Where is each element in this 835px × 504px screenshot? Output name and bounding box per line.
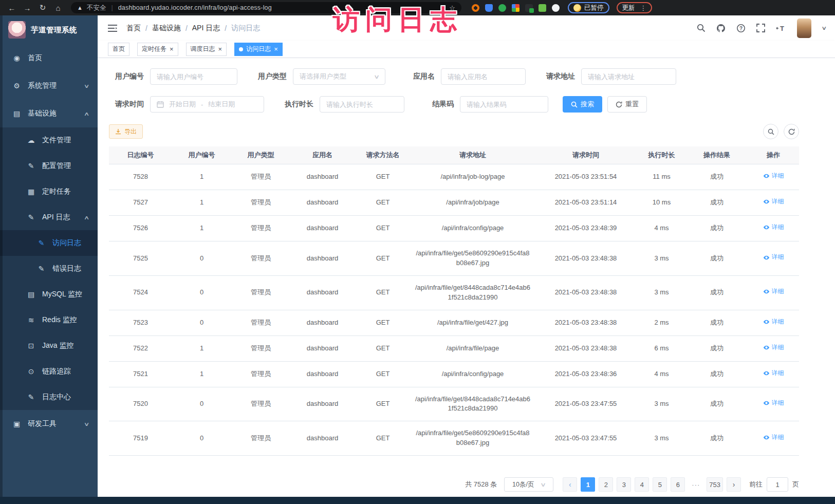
page-button-2[interactable]: 2 bbox=[599, 477, 613, 492]
sidebar-item-log-center[interactable]: ✎日志中心 bbox=[0, 384, 98, 410]
sidebar-item-home[interactable]: ◉首页 bbox=[0, 44, 98, 72]
github-icon[interactable] bbox=[716, 24, 726, 33]
edit-icon: ✎ bbox=[27, 162, 35, 170]
detail-link[interactable]: 详细 bbox=[763, 318, 784, 326]
sidebar-item-trace[interactable]: ⊙链路追踪 bbox=[0, 359, 98, 384]
user-avatar[interactable] bbox=[797, 18, 811, 38]
detail-link[interactable]: 详细 bbox=[763, 369, 784, 378]
search-icon[interactable] bbox=[697, 24, 706, 32]
page-button-6[interactable]: 6 bbox=[671, 477, 685, 492]
tab-定时任务[interactable]: 定时任务× bbox=[137, 43, 178, 56]
detail-link[interactable]: 详细 bbox=[763, 197, 784, 206]
more-pages-button[interactable]: ··· bbox=[689, 477, 703, 492]
sidebar-logo[interactable]: 芋道管理系统 bbox=[0, 15, 98, 44]
extension-icon-green[interactable] bbox=[498, 4, 506, 12]
result-code-input[interactable] bbox=[460, 96, 548, 113]
browser-address-bar[interactable]: ▲ 不安全 | dashboard.yudao.iocoder.cn/infra… bbox=[71, 2, 461, 13]
export-button-label: 导出 bbox=[124, 127, 137, 136]
next-page-button[interactable]: › bbox=[727, 477, 741, 492]
sidebar-item-redis-monitor[interactable]: ≋Redis 监控 bbox=[0, 307, 98, 333]
request-time-cell: 2021-05-03 23:47:55 bbox=[534, 387, 637, 421]
update-button[interactable]: 更新 ⋮ bbox=[617, 2, 653, 13]
extension-icon-sprout[interactable] bbox=[539, 4, 546, 12]
tab-首页[interactable]: 首页 bbox=[108, 43, 129, 56]
reset-button[interactable]: 重置 bbox=[607, 96, 647, 113]
detail-link[interactable]: 详细 bbox=[763, 433, 784, 442]
tab-访问日志[interactable]: 访问日志× bbox=[234, 43, 283, 56]
goto-page-input[interactable] bbox=[767, 477, 788, 492]
user-id-input[interactable] bbox=[150, 68, 237, 85]
request-time-range-picker[interactable]: 开始日期 - 结束日期 bbox=[150, 96, 264, 113]
action-cell: 详细 bbox=[748, 216, 799, 241]
method-cell: GET bbox=[355, 190, 411, 216]
extension-icon-shield[interactable] bbox=[485, 4, 493, 12]
sidebar-item-config-management[interactable]: ✎配置管理 bbox=[0, 153, 98, 179]
close-icon[interactable]: × bbox=[274, 46, 278, 52]
filter-label-result-code: 结果码 bbox=[419, 100, 454, 109]
chevron-down-icon: ∨ bbox=[83, 421, 89, 427]
detail-link[interactable]: 详细 bbox=[763, 223, 784, 232]
detail-link[interactable]: 详细 bbox=[763, 287, 784, 296]
close-icon[interactable]: × bbox=[170, 46, 174, 52]
sidebar-item-java-monitor[interactable]: ⊡Java 监控 bbox=[0, 333, 98, 359]
export-button[interactable]: 导出 bbox=[109, 124, 143, 139]
fullscreen-icon[interactable] bbox=[756, 24, 765, 32]
detail-link[interactable]: 详细 bbox=[763, 172, 784, 180]
sidebar-item-api-log[interactable]: ✎API 日志∧ bbox=[0, 204, 98, 230]
extension-icon-flower[interactable] bbox=[552, 4, 560, 12]
page-button-3[interactable]: 3 bbox=[617, 477, 631, 492]
extension-icon-orange[interactable] bbox=[472, 4, 479, 12]
breadcrumb-item[interactable]: API 日志 bbox=[192, 24, 220, 33]
chevron-down-icon[interactable]: ∨ bbox=[821, 25, 827, 31]
toggle-search-button[interactable] bbox=[763, 124, 778, 139]
font-size-icon[interactable]: T bbox=[776, 24, 786, 32]
refresh-table-button[interactable] bbox=[784, 124, 799, 139]
page-button-4[interactable]: 4 bbox=[635, 477, 649, 492]
extension-icon-dark[interactable] bbox=[525, 4, 533, 12]
breadcrumb-item[interactable]: 首页 bbox=[126, 24, 141, 33]
action-cell: 详细 bbox=[748, 335, 799, 361]
user-type-select[interactable]: 请选择用户类型 ∨ bbox=[293, 68, 385, 85]
duration-cell: 6 ms bbox=[637, 335, 686, 361]
app-name-input[interactable] bbox=[441, 68, 526, 85]
sidebar-item-label: 基础设施 bbox=[28, 109, 57, 118]
page-size-select[interactable]: 10条/页 ∨ bbox=[504, 477, 553, 492]
breadcrumb-item[interactable]: 基础设施 bbox=[152, 24, 181, 33]
browser-reload-button[interactable]: ↻ bbox=[36, 3, 49, 12]
sidebar-item-infrastructure[interactable]: ▤基础设施∧ bbox=[0, 100, 98, 127]
sidebar-item-system-management[interactable]: ⚙系统管理∨ bbox=[0, 72, 98, 100]
browser-back-button[interactable]: ← bbox=[5, 4, 18, 12]
sidebar-item-error-log[interactable]: ✎错误日志 bbox=[0, 256, 98, 282]
sidebar-item-file-management[interactable]: ☁文件管理 bbox=[0, 127, 98, 153]
browser-forward-button[interactable]: → bbox=[21, 4, 34, 12]
duration-cell: 4 ms bbox=[637, 216, 686, 241]
browser-home-button[interactable]: ⌂ bbox=[51, 4, 65, 12]
hamburger-icon[interactable] bbox=[108, 24, 117, 32]
page-button-753[interactable]: 753 bbox=[707, 477, 723, 492]
page-button-1[interactable]: 1 bbox=[581, 477, 595, 492]
table-row: 75230管理员dashboardGET/api/infra/file/get/… bbox=[109, 310, 799, 335]
sidebar-item-access-log[interactable]: ✎访问日志 bbox=[0, 230, 98, 256]
svg-text:?: ? bbox=[739, 25, 743, 31]
paused-badge[interactable]: 已暂停 bbox=[568, 2, 609, 13]
question-icon[interactable]: ? bbox=[736, 24, 746, 33]
kebab-menu-icon[interactable]: ⋮ bbox=[640, 4, 647, 12]
dashboard-icon: ◉ bbox=[12, 54, 21, 62]
bookmark-star-icon[interactable]: ☆ bbox=[449, 4, 455, 12]
sidebar-item-scheduled-tasks[interactable]: ▦定时任务 bbox=[0, 179, 98, 204]
sidebar-item-mysql-monitor[interactable]: ▤MySQL 监控 bbox=[0, 282, 98, 307]
detail-link[interactable]: 详细 bbox=[763, 343, 784, 352]
page-button-5[interactable]: 5 bbox=[653, 477, 667, 492]
detail-link-label: 详细 bbox=[772, 318, 784, 326]
extension-icon-grid[interactable] bbox=[512, 4, 519, 12]
detail-link[interactable]: 详细 bbox=[763, 253, 784, 262]
sidebar-item-dev-tools[interactable]: ▣研发工具∨ bbox=[0, 410, 98, 438]
detail-link[interactable]: 详细 bbox=[763, 399, 784, 407]
duration-input[interactable] bbox=[320, 96, 404, 113]
close-icon[interactable]: × bbox=[218, 46, 222, 52]
tab-调度日志[interactable]: 调度日志× bbox=[186, 43, 227, 56]
prev-page-button[interactable]: ‹ bbox=[563, 477, 577, 492]
search-button[interactable]: 搜索 bbox=[563, 96, 602, 113]
result-cell: 成功 bbox=[686, 421, 748, 456]
request-url-input[interactable] bbox=[581, 68, 676, 85]
